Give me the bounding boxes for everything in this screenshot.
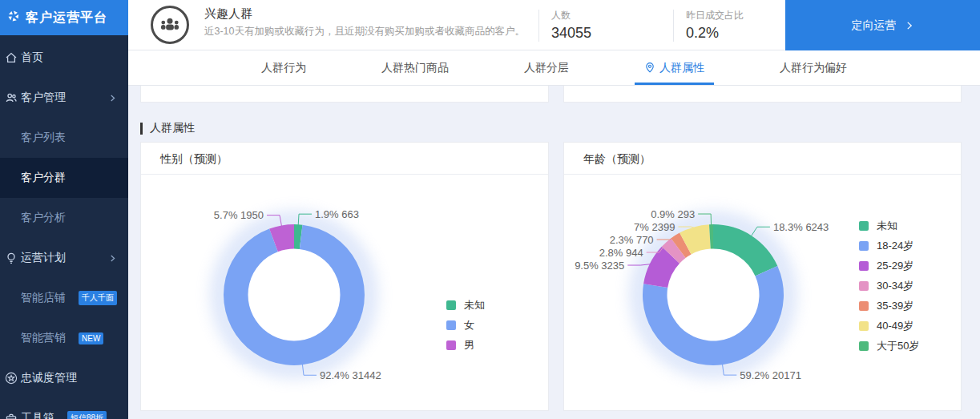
sidebar-item-label: 客户分析 bbox=[21, 211, 66, 225]
sidebar-item-label: 首页 bbox=[21, 50, 43, 65]
sidebar-item-label: 客户列表 bbox=[21, 131, 66, 145]
group-header: 兴趣人群 近3-10天有加购或收藏行为，且近期没有购买加购或者收藏商品的客户。 … bbox=[128, 0, 980, 50]
previous-section-cards bbox=[140, 86, 962, 103]
main-panel: 兴趣人群 近3-10天有加购或收藏行为，且近期没有购买加购或者收藏商品的客户。 … bbox=[128, 0, 980, 419]
sidebar-item-9[interactable]: 工具箱短信88折 bbox=[0, 398, 128, 419]
legend-item-1[interactable]: 18-24岁 bbox=[859, 236, 919, 256]
sidebar-item-5[interactable]: 运营计划 bbox=[0, 238, 128, 278]
stat-label: 人数 bbox=[551, 9, 591, 22]
gender-chart-card: 性别（预测） 1.9% 66392.4% 314425.7% 1950未知女男 bbox=[140, 142, 549, 411]
tab-label: 人群行为 bbox=[261, 61, 306, 75]
stat-count: 人数 34055 bbox=[551, 9, 591, 42]
donut-svg: 1.9% 66392.4% 314425.7% 1950 bbox=[141, 175, 548, 410]
stat-value: 34055 bbox=[551, 25, 591, 42]
avatar bbox=[151, 6, 189, 44]
sidebar-item-label: 运营计划 bbox=[21, 251, 66, 265]
legend-label: 40-49岁 bbox=[877, 319, 913, 333]
sidebar-item-label: 智能店铺 bbox=[21, 291, 66, 305]
legend-item-2[interactable]: 25-29岁 bbox=[859, 256, 919, 276]
content: 人群属性 性别（预测） 1.9% 66392.4% 314425.7% 1950… bbox=[128, 86, 980, 419]
stat-deal-ratio: 昨日成交占比 0.2% bbox=[686, 9, 744, 42]
cutoff-card bbox=[140, 86, 549, 103]
tab-4[interactable]: 人群行为偏好 bbox=[770, 50, 857, 85]
pinwheel-logo-icon bbox=[6, 8, 22, 27]
legend-label: 35-39岁 bbox=[877, 299, 913, 313]
card-title: 年龄（预测） bbox=[564, 143, 961, 175]
sidebar-item-8[interactable]: 忠诚度管理 bbox=[0, 358, 128, 398]
legend-swatch bbox=[859, 261, 869, 271]
tab-label: 人群热门商品 bbox=[381, 61, 449, 75]
chart-legend: 未知女男 bbox=[446, 295, 485, 355]
tab-2[interactable]: 人群分层 bbox=[514, 50, 579, 85]
sidebar-item-0[interactable]: 首页 bbox=[0, 38, 128, 78]
section-title-text: 人群属性 bbox=[150, 121, 195, 135]
gender-donut-chart: 1.9% 66392.4% 314425.7% 1950未知女男 bbox=[141, 175, 548, 410]
stat-label: 昨日成交占比 bbox=[686, 9, 744, 22]
location-pin-icon bbox=[644, 62, 655, 74]
tab-label: 人群行为偏好 bbox=[780, 61, 847, 75]
app-logo-bar: 客户运营平台 bbox=[0, 0, 128, 35]
chevron-right-icon bbox=[108, 252, 117, 265]
legend-label: 25-29岁 bbox=[877, 259, 913, 273]
legend-label: 未知 bbox=[464, 298, 485, 312]
legend-label: 18-24岁 bbox=[877, 239, 913, 253]
sidebar-item-label: 工具箱 bbox=[21, 411, 54, 419]
slice-label: 59.2% 20171 bbox=[740, 369, 801, 381]
sidebar-item-badge: NEW bbox=[79, 332, 103, 344]
legend-item-4[interactable]: 35-39岁 bbox=[859, 296, 919, 316]
legend-item-6[interactable]: 大于50岁 bbox=[859, 336, 919, 356]
legend-item-5[interactable]: 40-49岁 bbox=[859, 316, 919, 336]
chart-legend: 未知18-24岁25-29岁30-34岁35-39岁40-49岁大于50岁 bbox=[859, 216, 919, 356]
sidebar: 客户运营平台 首页客户管理客户列表客户分群客户分析运营计划智能店铺千人千面智能营… bbox=[0, 0, 128, 419]
legend-item-3[interactable]: 30-34岁 bbox=[859, 276, 919, 296]
chevron-right-icon bbox=[905, 21, 914, 30]
sidebar-item-1[interactable]: 客户管理 bbox=[0, 78, 128, 118]
legend-swatch bbox=[446, 340, 456, 350]
section-title: 人群属性 bbox=[140, 120, 962, 136]
legend-swatch bbox=[859, 221, 869, 231]
legend-item-1[interactable]: 女 bbox=[446, 315, 485, 335]
legend-swatch bbox=[446, 320, 456, 330]
tabbar: 人群行为人群热门商品人群分层人群属性人群行为偏好 bbox=[128, 50, 980, 86]
bulb-icon bbox=[5, 252, 18, 264]
legend-label: 女 bbox=[464, 318, 474, 332]
divider bbox=[538, 10, 539, 42]
sidebar-item-7[interactable]: 智能营销NEW bbox=[0, 318, 128, 358]
slice-label: 18.3% 6243 bbox=[773, 221, 829, 233]
legend-label: 男 bbox=[464, 338, 474, 353]
legend-swatch bbox=[859, 321, 869, 331]
section-title-bar bbox=[140, 123, 143, 135]
card-title: 性别（预测） bbox=[141, 143, 548, 175]
age-chart-card: 年龄（预测） 18.3% 624359.2% 201719.5% 32352.8… bbox=[563, 142, 962, 411]
sidebar-item-6[interactable]: 智能店铺千人千面 bbox=[0, 278, 128, 318]
sidebar-item-label: 客户分群 bbox=[21, 171, 66, 185]
sidebar-item-3[interactable]: 客户分群 bbox=[0, 158, 128, 198]
legend-swatch bbox=[859, 301, 869, 311]
group-info: 兴趣人群 近3-10天有加购或收藏行为，且近期没有购买加购或者收藏商品的客户。 bbox=[204, 6, 545, 38]
sidebar-item-label: 客户管理 bbox=[21, 91, 66, 105]
legend-item-2[interactable]: 男 bbox=[446, 335, 485, 355]
legend-label: 未知 bbox=[877, 219, 897, 233]
group-title: 兴趣人群 bbox=[204, 6, 545, 22]
slice-label: 2.3% 770 bbox=[610, 234, 654, 246]
legend-item-0[interactable]: 未知 bbox=[859, 216, 919, 236]
legend-swatch bbox=[859, 341, 869, 351]
tab-0[interactable]: 人群行为 bbox=[252, 50, 316, 85]
legend-item-0[interactable]: 未知 bbox=[446, 295, 485, 315]
slice-label: 9.5% 3235 bbox=[575, 260, 624, 272]
app-title: 客户运营平台 bbox=[26, 10, 107, 26]
legend-swatch bbox=[859, 281, 869, 291]
toolbox-icon bbox=[5, 412, 18, 419]
legend-label: 30-34岁 bbox=[877, 279, 913, 293]
targeted-operation-button[interactable]: 定向运营 bbox=[785, 0, 980, 50]
active-tab-underline bbox=[635, 83, 714, 85]
tab-3[interactable]: 人群属性 bbox=[635, 50, 714, 85]
tab-1[interactable]: 人群热门商品 bbox=[372, 50, 458, 85]
chevron-right-icon bbox=[108, 92, 117, 105]
sidebar-item-4[interactable]: 客户分析 bbox=[0, 198, 128, 238]
slice-label: 1.9% 663 bbox=[315, 208, 359, 220]
sidebar-item-2[interactable]: 客户列表 bbox=[0, 118, 128, 158]
group-description: 近3-10天有加购或收藏行为，且近期没有购买加购或者收藏商品的客户。 bbox=[204, 25, 545, 38]
slice-label: 0.9% 293 bbox=[651, 208, 695, 220]
sidebar-item-label: 智能营销 bbox=[21, 331, 66, 345]
